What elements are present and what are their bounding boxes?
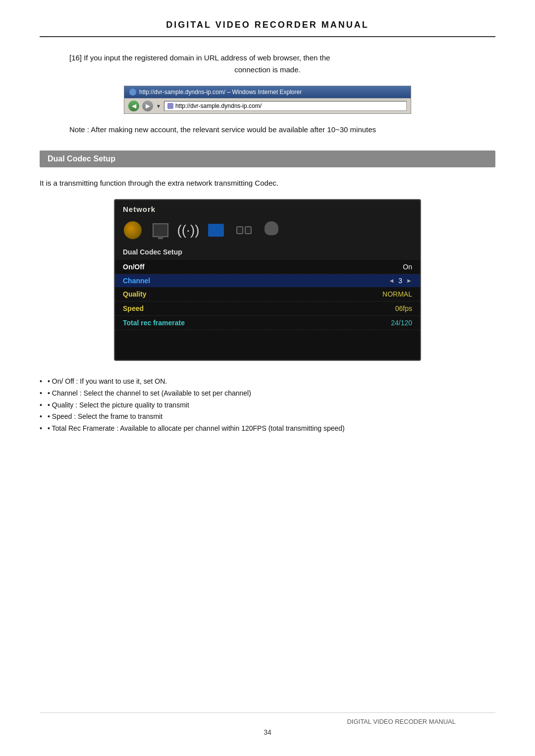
dvr-icon-monitor [151,221,170,239]
page-header: DIGITAL VIDEO RECORDER MANUAL [40,20,495,37]
dvr-framerate-value: 24/120 [391,319,412,327]
bullet-quality: • Quality : Select the picture quality t… [40,400,495,411]
dvr-channel-label: Channel [123,277,388,285]
dvr-speed-value: 06fps [395,304,412,312]
bullet-speed: • Speed : Select the frame to transmit [40,411,495,423]
page-icon [167,103,173,109]
bullet-onoff: • On/ Off : If you want to use it, set O… [40,376,495,388]
browser-titlebar: http://dvr-sample.dyndns-ip.com/ – Windo… [124,86,411,98]
browser-title: http://dvr-sample.dyndns-ip.com/ – Windo… [139,89,302,96]
section2-description: It is a transmitting function through th… [40,177,495,189]
dvr-rows: Dual Codec Setup On/Off On Channel ◄ 3 ►… [115,244,420,360]
dvr-onoff-label: On/Off [123,263,403,271]
bullet-channel: • Channel : Select the channel to set (A… [40,388,495,400]
dvr-channel-row: Channel ◄ 3 ► [115,274,420,287]
dvr-speed-label: Speed [123,304,395,312]
browser-mockup: http://dvr-sample.dyndns-ip.com/ – Windo… [124,86,411,114]
channel-arrow-right[interactable]: ► [406,277,412,284]
note-text: Note : After making new account, the rel… [69,124,495,136]
dvr-icon-camera [206,221,226,239]
dvr-dual-codec-title: Dual Codec Setup [115,244,420,260]
dvr-framerate-row: Total rec framerate 24/120 [115,316,420,330]
dvr-speed-row: Speed 06fps [115,302,420,316]
address-bar[interactable]: http://dvr-sample.dyndns-ip.com/ [164,101,407,111]
dvr-quality-value: NORMAL [382,290,412,298]
dvr-icon-bell [262,221,281,239]
bullet-list: • On/ Off : If you want to use it, set O… [40,376,495,435]
channel-value: 3 [398,277,402,285]
back-button[interactable]: ◀ [128,101,139,111]
dvr-onoff-row: On/Off On [115,260,420,274]
browser-toolbar: ◀ ▶ ▼ http://dvr-sample.dyndns-ip.com/ [124,98,411,113]
dvr-onoff-value: On [403,263,412,271]
forward-button[interactable]: ▶ [142,101,153,111]
intro-line1: [16] If you input the registered domain … [69,52,495,64]
dvr-framerate-label: Total rec framerate [123,319,391,327]
page-footer: DIGITAL VIDEO RECODER MANUAL 34 [0,712,535,736]
dvr-icon-wifi: ((·)) [178,221,198,239]
dvr-quality-label: Quality [123,290,382,298]
section2-heading: Dual Codec Setup [40,151,495,167]
dvr-icons-row: ((·)) [115,216,420,244]
footer-manual-text: DIGITAL VIDEO RECODER MANUAL [40,712,495,725]
dvr-empty-space [115,330,420,360]
page-title: DIGITAL VIDEO RECORDER MANUAL [40,20,495,30]
dvr-icon-binocular [234,221,254,239]
section1-intro: [16] If you input the registered domain … [40,52,495,76]
dvr-icon-globe [123,221,143,239]
channel-arrow-left[interactable]: ◄ [388,277,394,284]
dvr-channel-value-group: ◄ 3 ► [388,277,412,285]
intro-line2: connection is made. [40,64,495,76]
footer-page-number: 34 [0,728,535,736]
dvr-header-title: Network [115,200,420,216]
address-text: http://dvr-sample.dyndns-ip.com/ [175,102,262,109]
dvr-quality-row: Quality NORMAL [115,287,420,302]
bullet-framerate: • Total Rec Framerate : Available to all… [40,423,495,435]
browser-globe-icon [129,89,136,96]
dropdown-arrow[interactable]: ▼ [156,103,161,109]
dvr-ui: Network ((·)) [114,199,421,361]
